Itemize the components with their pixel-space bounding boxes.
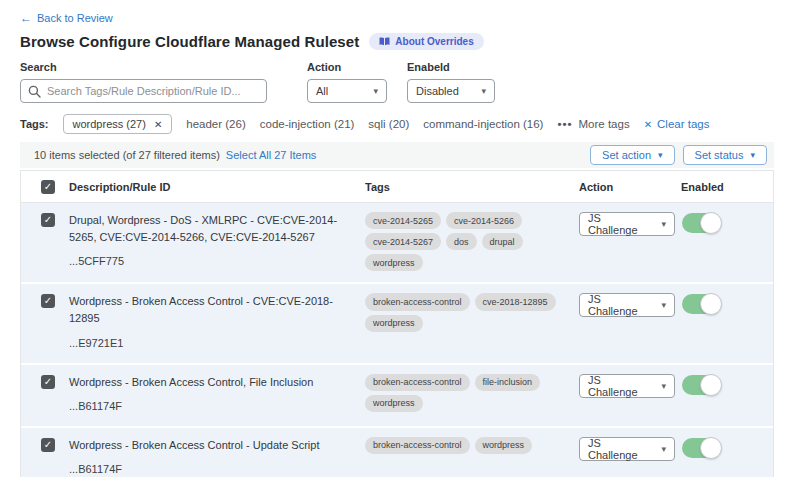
table-row: ✓ Wordpress - Broken Access Control - Up…	[21, 426, 773, 477]
clear-tags-button[interactable]: ✕ Clear tags	[644, 118, 710, 130]
selection-summary: 10 items selected (of 27 filtered items)	[34, 149, 220, 161]
table-body: ✓ Drupal, Wordpress - DoS - XMLRPC - CVE…	[21, 203, 773, 477]
filter-tag[interactable]: sqli (20)	[368, 118, 409, 130]
rule-id: ...5CFF775	[69, 253, 347, 270]
rule-tag-pill: wordpress	[475, 437, 533, 454]
selection-bar: 10 items selected (of 27 filtered items)…	[20, 142, 774, 168]
toggle-knob	[700, 293, 722, 315]
rule-tag-pill: dos	[446, 233, 477, 250]
rule-action-value: JS Challenge	[588, 293, 651, 317]
rules-table: ✓ Description/Rule ID Tags Action Enable…	[20, 170, 774, 477]
rule-description: Wordpress - Broken Access Control - Upda…	[69, 437, 347, 454]
chevron-down-icon: ▾	[661, 381, 666, 391]
tags-label: Tags:	[20, 118, 49, 130]
enabled-select-value: Disabled	[416, 85, 459, 97]
enabled-toggle[interactable]	[682, 375, 719, 395]
action-filter: Action All ▾	[307, 61, 387, 103]
rule-id: ...E9721E1	[69, 335, 347, 352]
set-action-button[interactable]: Set action ▾	[590, 145, 674, 165]
chevron-down-icon: ▾	[661, 300, 666, 310]
back-to-review-link[interactable]: ← Back to Review	[20, 12, 113, 24]
enabled-select[interactable]: Disabled ▾	[407, 79, 495, 103]
rule-tags: broken-access-controlcve-2018-12895wordp…	[365, 293, 579, 351]
enabled-toggle[interactable]	[682, 213, 719, 233]
title-row: Browse Configure Cloudflare Managed Rule…	[20, 33, 774, 50]
row-checkbox[interactable]: ✓	[41, 438, 55, 452]
enabled-filter: Enabeld Disabled ▾	[407, 61, 495, 103]
rule-action-select[interactable]: JS Challenge ▾	[579, 293, 675, 317]
rule-description: Drupal, Wordpress - DoS - XMLRPC - CVE:C…	[69, 212, 347, 246]
select-all-checkbox[interactable]: ✓	[41, 180, 55, 194]
set-status-button[interactable]: Set status ▾	[683, 145, 767, 165]
row-checkbox[interactable]: ✓	[41, 294, 55, 308]
rule-tags: broken-access-controlfile-inclusionwordp…	[365, 374, 579, 415]
filter-tag-list: header (26)code-injection (21)sqli (20)c…	[186, 118, 543, 130]
rule-tag-pill: broken-access-control	[365, 437, 470, 454]
rule-action-select[interactable]: JS Challenge ▾	[579, 437, 675, 461]
book-icon	[379, 37, 390, 46]
rule-id: ...B61174F	[69, 398, 347, 415]
rule-tag-pill: cve-2014-5265	[365, 212, 441, 229]
rule-action-select[interactable]: JS Challenge ▾	[579, 374, 675, 398]
rule-action-select[interactable]: JS Challenge ▾	[579, 212, 675, 236]
rule-tags: broken-access-controlwordpress	[365, 437, 579, 477]
enabled-toggle[interactable]	[682, 294, 719, 314]
check-icon: ✓	[44, 440, 52, 450]
selected-tag-label: wordpress (27)	[73, 118, 146, 130]
check-icon: ✓	[44, 182, 52, 192]
table-header-row: ✓ Description/Rule ID Tags Action Enable…	[21, 171, 773, 203]
more-tags-button[interactable]: ••• More tags	[557, 118, 629, 130]
selected-tag-wordpress[interactable]: wordpress (27) ✕	[63, 114, 173, 134]
rule-tag-pill: cve-2014-5266	[446, 212, 522, 229]
column-header-enabled: Enabled	[681, 181, 773, 193]
rule-action-value: JS Challenge	[588, 374, 651, 398]
toggle-knob	[700, 437, 722, 459]
row-checkbox[interactable]: ✓	[41, 213, 55, 227]
chevron-down-icon: ▾	[373, 86, 378, 96]
rule-tag-pill: drupal	[482, 233, 523, 250]
select-all-link[interactable]: Select All 27 Items	[226, 149, 317, 161]
search-label: Search	[20, 61, 267, 73]
more-tags-label: More tags	[579, 118, 630, 130]
rule-tag-pill: cve-2014-5267	[365, 233, 441, 250]
clear-tags-label: Clear tags	[657, 118, 709, 130]
filter-tag[interactable]: command-injection (16)	[423, 118, 543, 130]
filter-tag[interactable]: header (26)	[186, 118, 245, 130]
tags-bar: Tags: wordpress (27) ✕ header (26)code-i…	[20, 114, 774, 134]
table-row: ✓ Wordpress - Broken Access Control, Fil…	[21, 363, 773, 426]
rule-description: Wordpress - Broken Access Control, File …	[69, 374, 347, 391]
toggle-knob	[700, 212, 722, 234]
action-select-value: All	[316, 85, 328, 97]
rule-tags: cve-2014-5265cve-2014-5266cve-2014-5267d…	[365, 212, 579, 271]
page: ← Back to Review Browse Configure Cloudf…	[0, 0, 794, 477]
clear-icon: ✕	[644, 119, 652, 130]
search-input[interactable]	[20, 79, 267, 103]
rule-tag-pill: file-inclusion	[475, 374, 541, 391]
action-select[interactable]: All ▾	[307, 79, 387, 103]
rule-action-value: JS Challenge	[588, 212, 651, 236]
rule-tag-pill: broken-access-control	[365, 293, 470, 310]
check-icon: ✓	[44, 296, 52, 306]
rule-tag-pill: broken-access-control	[365, 374, 470, 391]
chevron-down-icon: ▾	[661, 219, 666, 229]
enabled-toggle[interactable]	[682, 438, 719, 458]
check-icon: ✓	[44, 377, 52, 387]
rule-tag-pill: wordpress	[365, 254, 423, 271]
ellipsis-icon: •••	[557, 118, 572, 130]
about-badge-label: About Overrides	[395, 36, 473, 47]
page-title: Browse Configure Cloudflare Managed Rule…	[20, 33, 359, 50]
table-row: ✓ Drupal, Wordpress - DoS - XMLRPC - CVE…	[21, 203, 773, 282]
filter-tag[interactable]: code-injection (21)	[260, 118, 355, 130]
column-header-description: Description/Rule ID	[69, 181, 365, 193]
rule-tag-pill: wordpress	[365, 395, 423, 412]
remove-tag-icon[interactable]: ✕	[154, 119, 162, 130]
search-filter: Search	[20, 61, 267, 103]
check-icon: ✓	[44, 215, 52, 225]
column-header-tags: Tags	[365, 181, 579, 193]
row-checkbox[interactable]: ✓	[41, 375, 55, 389]
action-label: Action	[307, 61, 387, 73]
enabled-label: Enabeld	[407, 61, 495, 73]
back-link-label: Back to Review	[37, 12, 113, 24]
about-overrides-badge[interactable]: About Overrides	[369, 33, 483, 50]
rule-tag-pill: wordpress	[365, 315, 423, 332]
